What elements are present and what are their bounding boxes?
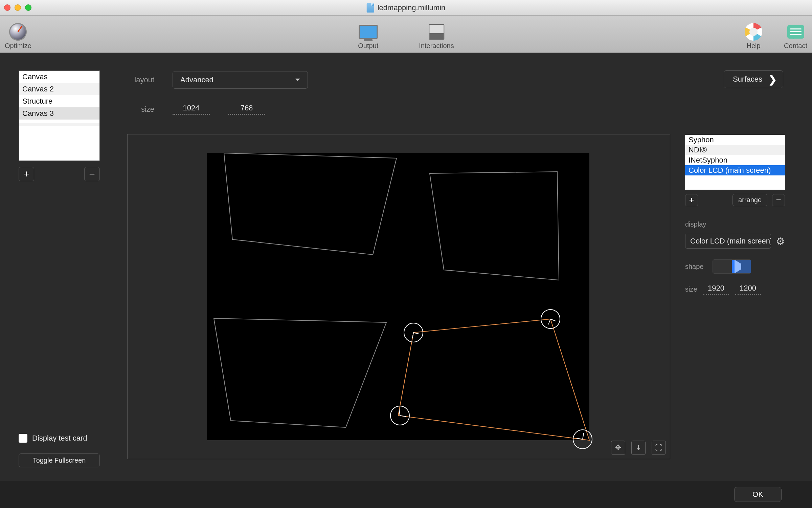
interactions-button[interactable]: Interactions [419, 23, 454, 50]
output-list-item[interactable]: Syphon [685, 135, 785, 145]
output-list-item[interactable]: INetSyphon [685, 155, 785, 165]
move-tool-button[interactable]: ✥ [611, 441, 625, 455]
contact-button[interactable]: Contact [784, 23, 807, 50]
shape-label: shape [685, 263, 704, 271]
canvas-height-input[interactable]: 768 [228, 104, 265, 115]
corner-dir-icon [399, 409, 406, 417]
interactions-label: Interactions [419, 42, 454, 50]
corners-icon: ⛶ [655, 443, 662, 452]
canvas-list[interactable]: Canvas Canvas 2 Structure Canvas 3 [19, 70, 100, 161]
optimize-button[interactable]: Optimize [5, 23, 31, 50]
output-panel: Syphon NDI® INetSyphon Color LCD (main s… [685, 135, 785, 295]
surfaces-button[interactable]: Surfaces ❯ [724, 70, 783, 88]
canvas-list-item[interactable]: Structure [19, 95, 99, 107]
play-icon [735, 260, 751, 273]
canvas-list-item[interactable]: Canvas [19, 71, 99, 83]
canvas-list-item[interactable]: Canvas 2 [19, 83, 99, 95]
output-label: Output [358, 42, 378, 50]
corner-dir-icon [577, 433, 584, 439]
align-tool-button[interactable]: ↧ [631, 441, 646, 455]
output-list-empty-row [685, 175, 785, 177]
corner-dir-icon [412, 333, 419, 338]
display-test-card-checkbox[interactable]: Display test card [19, 434, 100, 443]
close-window-icon[interactable] [4, 4, 10, 11]
lifebuoy-icon [745, 23, 762, 41]
main-toolbar: Optimize Output Interactions Help Contac… [0, 16, 812, 53]
chevron-right-icon: ❯ [768, 73, 777, 85]
remove-canvas-button[interactable]: − [84, 167, 100, 181]
main-panel: Canvas Canvas 2 Structure Canvas 3 + − D… [0, 53, 812, 481]
layout-select[interactable]: Advanced [173, 71, 308, 89]
display-select[interactable]: Color LCD (main screen) [685, 234, 771, 249]
output-button[interactable]: Output [358, 23, 378, 50]
help-button[interactable]: Help [743, 23, 764, 50]
checkbox-icon [19, 434, 27, 443]
canvas-list-item-selected[interactable]: Canvas 3 [19, 107, 99, 120]
help-label: Help [746, 42, 760, 50]
surface-shape-selected[interactable] [398, 319, 589, 440]
document-title: ledmapping.millumin [378, 3, 446, 12]
output-height-input[interactable]: 1200 [735, 284, 761, 295]
canvas-width-input[interactable]: 1024 [173, 104, 210, 115]
footer-bar: OK [0, 481, 812, 508]
gauge-icon [9, 23, 27, 41]
output-width-input[interactable]: 1920 [703, 284, 729, 295]
shape-toggle[interactable] [713, 259, 751, 274]
output-list-item-selected[interactable]: Color LCD (main screen) [685, 165, 785, 175]
display-label: display [685, 220, 785, 228]
surface-shape[interactable] [430, 172, 559, 280]
canvas-viewport: ✥ ↧ ⛶ [127, 134, 670, 459]
canvas-list-empty-row [19, 120, 99, 123]
display-test-card-label: Display test card [32, 434, 87, 443]
add-output-button[interactable]: + [685, 194, 698, 206]
layout-label: layout [127, 76, 154, 84]
minimize-window-icon[interactable] [15, 4, 21, 11]
canvas-list-empty-row [19, 126, 99, 130]
chevron-down-icon [295, 79, 300, 83]
output-list[interactable]: Syphon NDI® INetSyphon Color LCD (main s… [685, 135, 785, 190]
output-list-item[interactable]: NDI® [685, 145, 785, 155]
document-title-area: ledmapping.millumin [367, 3, 446, 13]
output-size-label: size [685, 285, 697, 293]
canvas-list-empty-row [19, 123, 99, 126]
align-bottom-icon: ↧ [635, 443, 641, 452]
add-canvas-button[interactable]: + [19, 167, 34, 181]
ok-button[interactable]: OK [734, 487, 782, 502]
canvas-preview[interactable] [207, 153, 589, 440]
shape-custom-option[interactable] [732, 260, 751, 273]
toggle-fullscreen-button[interactable]: Toggle Fullscreen [19, 453, 100, 467]
gear-icon[interactable]: ⚙ [776, 235, 785, 247]
arrange-outputs-button[interactable]: arrange [732, 194, 767, 206]
move-icon: ✥ [615, 443, 621, 452]
document-icon [367, 3, 374, 13]
display-select-value: Color LCD (main screen) [690, 237, 771, 246]
shape-rect-option[interactable] [713, 260, 732, 273]
window-controls [4, 4, 31, 11]
surfaces-label: Surfaces [733, 75, 762, 84]
remove-output-button[interactable]: − [772, 194, 785, 206]
left-bottom-controls: Display test card Toggle Fullscreen [19, 434, 100, 467]
zoom-window-icon[interactable] [25, 4, 31, 11]
layout-select-value: Advanced [180, 76, 213, 84]
speech-bubble-icon [787, 25, 804, 39]
canvas-sidebar: Canvas Canvas 2 Structure Canvas 3 + − [19, 70, 100, 181]
surface-shape[interactable] [224, 153, 397, 255]
surface-shape[interactable] [214, 318, 386, 427]
midi-keyboard-icon [429, 24, 444, 40]
square-icon [713, 260, 732, 273]
size-label: size [127, 105, 154, 114]
canvas-tool-row: ✥ ↧ ⛶ [611, 441, 666, 455]
optimize-label: Optimize [5, 42, 31, 50]
canvas-settings: layout Advanced size 1024 768 [127, 71, 308, 115]
window-titlebar: ledmapping.millumin [0, 0, 812, 16]
contact-label: Contact [784, 42, 807, 50]
fullscreen-tool-button[interactable]: ⛶ [652, 441, 666, 455]
monitor-icon [359, 25, 378, 39]
